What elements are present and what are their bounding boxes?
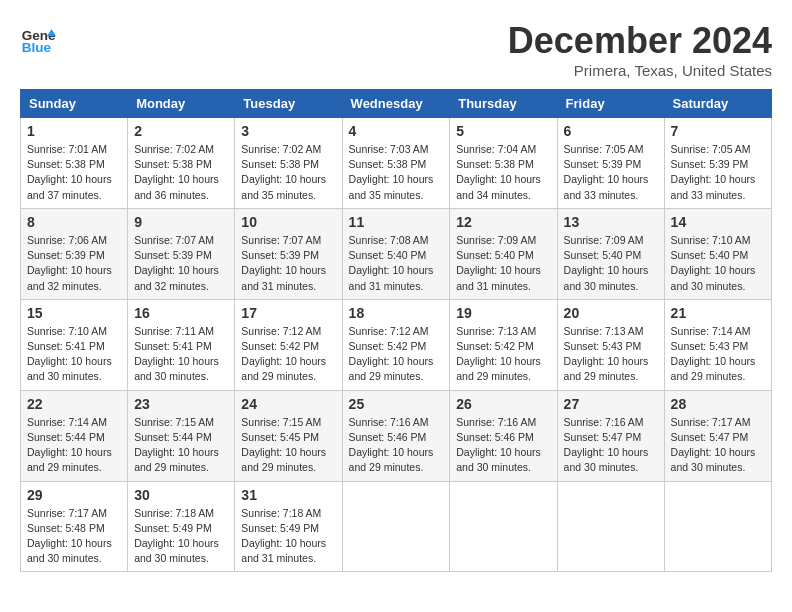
calendar-cell: 8Sunrise: 7:06 AMSunset: 5:39 PMDaylight…	[21, 208, 128, 299]
day-detail: Sunrise: 7:06 AMSunset: 5:39 PMDaylight:…	[27, 233, 121, 294]
calendar-cell: 29Sunrise: 7:17 AMSunset: 5:48 PMDayligh…	[21, 481, 128, 572]
day-detail: Sunrise: 7:07 AMSunset: 5:39 PMDaylight:…	[134, 233, 228, 294]
calendar-cell: 23Sunrise: 7:15 AMSunset: 5:44 PMDayligh…	[128, 390, 235, 481]
calendar-cell: 2Sunrise: 7:02 AMSunset: 5:38 PMDaylight…	[128, 118, 235, 209]
calendar-cell: 14Sunrise: 7:10 AMSunset: 5:40 PMDayligh…	[664, 208, 771, 299]
week-row-5: 29Sunrise: 7:17 AMSunset: 5:48 PMDayligh…	[21, 481, 772, 572]
day-number: 17	[241, 305, 335, 321]
calendar-table: SundayMondayTuesdayWednesdayThursdayFrid…	[20, 89, 772, 572]
logo-icon: General Blue	[20, 20, 56, 56]
weekday-header-saturday: Saturday	[664, 90, 771, 118]
weekday-header-thursday: Thursday	[450, 90, 557, 118]
day-number: 28	[671, 396, 765, 412]
day-detail: Sunrise: 7:01 AMSunset: 5:38 PMDaylight:…	[27, 142, 121, 203]
calendar-cell: 13Sunrise: 7:09 AMSunset: 5:40 PMDayligh…	[557, 208, 664, 299]
calendar-cell: 1Sunrise: 7:01 AMSunset: 5:38 PMDaylight…	[21, 118, 128, 209]
day-number: 19	[456, 305, 550, 321]
calendar-cell: 19Sunrise: 7:13 AMSunset: 5:42 PMDayligh…	[450, 299, 557, 390]
day-number: 6	[564, 123, 658, 139]
calendar-cell	[342, 481, 450, 572]
week-row-2: 8Sunrise: 7:06 AMSunset: 5:39 PMDaylight…	[21, 208, 772, 299]
day-number: 31	[241, 487, 335, 503]
week-row-3: 15Sunrise: 7:10 AMSunset: 5:41 PMDayligh…	[21, 299, 772, 390]
day-detail: Sunrise: 7:14 AMSunset: 5:43 PMDaylight:…	[671, 324, 765, 385]
calendar-cell	[450, 481, 557, 572]
day-detail: Sunrise: 7:12 AMSunset: 5:42 PMDaylight:…	[241, 324, 335, 385]
calendar-cell: 9Sunrise: 7:07 AMSunset: 5:39 PMDaylight…	[128, 208, 235, 299]
location-subtitle: Primera, Texas, United States	[508, 62, 772, 79]
calendar-cell: 17Sunrise: 7:12 AMSunset: 5:42 PMDayligh…	[235, 299, 342, 390]
day-detail: Sunrise: 7:09 AMSunset: 5:40 PMDaylight:…	[456, 233, 550, 294]
calendar-cell: 24Sunrise: 7:15 AMSunset: 5:45 PMDayligh…	[235, 390, 342, 481]
day-detail: Sunrise: 7:17 AMSunset: 5:47 PMDaylight:…	[671, 415, 765, 476]
day-number: 14	[671, 214, 765, 230]
day-detail: Sunrise: 7:16 AMSunset: 5:46 PMDaylight:…	[456, 415, 550, 476]
calendar-cell: 11Sunrise: 7:08 AMSunset: 5:40 PMDayligh…	[342, 208, 450, 299]
month-title: December 2024	[508, 20, 772, 62]
day-detail: Sunrise: 7:02 AMSunset: 5:38 PMDaylight:…	[241, 142, 335, 203]
day-detail: Sunrise: 7:10 AMSunset: 5:41 PMDaylight:…	[27, 324, 121, 385]
calendar-cell: 26Sunrise: 7:16 AMSunset: 5:46 PMDayligh…	[450, 390, 557, 481]
day-detail: Sunrise: 7:15 AMSunset: 5:45 PMDaylight:…	[241, 415, 335, 476]
day-number: 16	[134, 305, 228, 321]
day-number: 30	[134, 487, 228, 503]
day-detail: Sunrise: 7:02 AMSunset: 5:38 PMDaylight:…	[134, 142, 228, 203]
day-number: 23	[134, 396, 228, 412]
day-number: 5	[456, 123, 550, 139]
day-detail: Sunrise: 7:11 AMSunset: 5:41 PMDaylight:…	[134, 324, 228, 385]
day-detail: Sunrise: 7:14 AMSunset: 5:44 PMDaylight:…	[27, 415, 121, 476]
weekday-header-wednesday: Wednesday	[342, 90, 450, 118]
day-detail: Sunrise: 7:05 AMSunset: 5:39 PMDaylight:…	[564, 142, 658, 203]
calendar-cell: 22Sunrise: 7:14 AMSunset: 5:44 PMDayligh…	[21, 390, 128, 481]
calendar-cell: 30Sunrise: 7:18 AMSunset: 5:49 PMDayligh…	[128, 481, 235, 572]
day-number: 3	[241, 123, 335, 139]
svg-text:Blue: Blue	[22, 40, 52, 55]
calendar-cell	[557, 481, 664, 572]
day-number: 24	[241, 396, 335, 412]
day-detail: Sunrise: 7:03 AMSunset: 5:38 PMDaylight:…	[349, 142, 444, 203]
day-detail: Sunrise: 7:16 AMSunset: 5:47 PMDaylight:…	[564, 415, 658, 476]
day-detail: Sunrise: 7:07 AMSunset: 5:39 PMDaylight:…	[241, 233, 335, 294]
calendar-cell: 12Sunrise: 7:09 AMSunset: 5:40 PMDayligh…	[450, 208, 557, 299]
calendar-cell: 6Sunrise: 7:05 AMSunset: 5:39 PMDaylight…	[557, 118, 664, 209]
day-number: 21	[671, 305, 765, 321]
weekday-header-sunday: Sunday	[21, 90, 128, 118]
day-number: 18	[349, 305, 444, 321]
day-number: 11	[349, 214, 444, 230]
weekday-header-tuesday: Tuesday	[235, 90, 342, 118]
day-detail: Sunrise: 7:18 AMSunset: 5:49 PMDaylight:…	[241, 506, 335, 567]
day-number: 12	[456, 214, 550, 230]
calendar-cell: 10Sunrise: 7:07 AMSunset: 5:39 PMDayligh…	[235, 208, 342, 299]
day-number: 27	[564, 396, 658, 412]
day-number: 7	[671, 123, 765, 139]
calendar-cell: 18Sunrise: 7:12 AMSunset: 5:42 PMDayligh…	[342, 299, 450, 390]
calendar-cell: 21Sunrise: 7:14 AMSunset: 5:43 PMDayligh…	[664, 299, 771, 390]
day-detail: Sunrise: 7:15 AMSunset: 5:44 PMDaylight:…	[134, 415, 228, 476]
day-number: 10	[241, 214, 335, 230]
weekday-header-monday: Monday	[128, 90, 235, 118]
day-number: 22	[27, 396, 121, 412]
header: General Blue December 2024 Primera, Texa…	[20, 20, 772, 79]
calendar-cell: 3Sunrise: 7:02 AMSunset: 5:38 PMDaylight…	[235, 118, 342, 209]
day-number: 1	[27, 123, 121, 139]
day-detail: Sunrise: 7:10 AMSunset: 5:40 PMDaylight:…	[671, 233, 765, 294]
day-number: 29	[27, 487, 121, 503]
day-number: 2	[134, 123, 228, 139]
calendar-cell: 20Sunrise: 7:13 AMSunset: 5:43 PMDayligh…	[557, 299, 664, 390]
week-row-4: 22Sunrise: 7:14 AMSunset: 5:44 PMDayligh…	[21, 390, 772, 481]
day-detail: Sunrise: 7:13 AMSunset: 5:43 PMDaylight:…	[564, 324, 658, 385]
day-number: 4	[349, 123, 444, 139]
day-detail: Sunrise: 7:04 AMSunset: 5:38 PMDaylight:…	[456, 142, 550, 203]
weekday-header-friday: Friday	[557, 90, 664, 118]
weekday-header-row: SundayMondayTuesdayWednesdayThursdayFrid…	[21, 90, 772, 118]
week-row-1: 1Sunrise: 7:01 AMSunset: 5:38 PMDaylight…	[21, 118, 772, 209]
day-detail: Sunrise: 7:09 AMSunset: 5:40 PMDaylight:…	[564, 233, 658, 294]
day-detail: Sunrise: 7:05 AMSunset: 5:39 PMDaylight:…	[671, 142, 765, 203]
calendar-cell	[664, 481, 771, 572]
day-detail: Sunrise: 7:17 AMSunset: 5:48 PMDaylight:…	[27, 506, 121, 567]
calendar-cell: 28Sunrise: 7:17 AMSunset: 5:47 PMDayligh…	[664, 390, 771, 481]
calendar-cell: 5Sunrise: 7:04 AMSunset: 5:38 PMDaylight…	[450, 118, 557, 209]
day-detail: Sunrise: 7:16 AMSunset: 5:46 PMDaylight:…	[349, 415, 444, 476]
calendar-cell: 16Sunrise: 7:11 AMSunset: 5:41 PMDayligh…	[128, 299, 235, 390]
calendar-cell: 7Sunrise: 7:05 AMSunset: 5:39 PMDaylight…	[664, 118, 771, 209]
